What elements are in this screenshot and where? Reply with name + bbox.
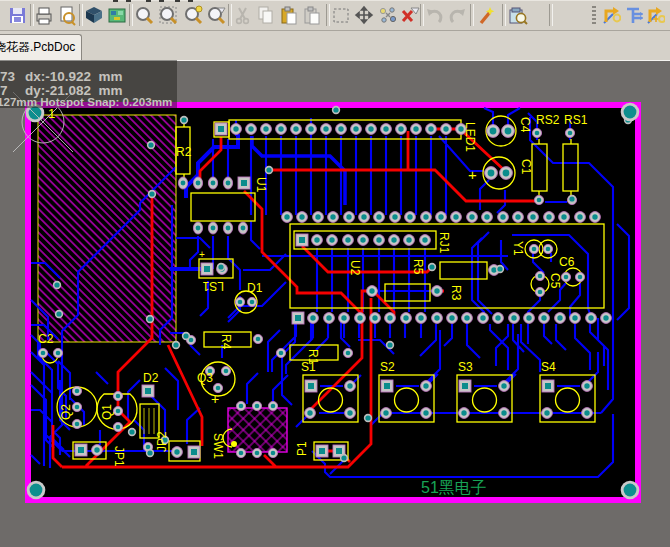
svg-text:RS2: RS2 (536, 113, 560, 127)
svg-text:51黑电子: 51黑电子 (421, 479, 487, 496)
svg-text:+: + (199, 249, 205, 260)
svg-text:C1: C1 (519, 159, 533, 175)
svg-text:D1: D1 (247, 281, 263, 295)
svg-text:R3: R3 (449, 285, 463, 301)
svg-text:U1: U1 (254, 177, 268, 193)
svg-text:Q1: Q1 (100, 404, 114, 420)
svg-text:S1: S1 (301, 360, 316, 374)
svg-text:C2: C2 (38, 332, 54, 346)
svg-text:U2: U2 (348, 260, 362, 276)
svg-text:+: + (211, 391, 219, 407)
svg-text:S2: S2 (380, 360, 395, 374)
svg-text:Y1: Y1 (511, 241, 525, 256)
svg-text:JP1: JP1 (112, 446, 126, 467)
svg-text:RS1: RS1 (564, 113, 588, 127)
svg-text:LED1: LED1 (463, 122, 477, 152)
svg-text:S3: S3 (458, 360, 473, 374)
svg-text:R5: R5 (411, 259, 425, 275)
svg-text:R2: R2 (176, 145, 192, 159)
svg-text:C5: C5 (548, 273, 562, 289)
svg-text:C4: C4 (518, 117, 532, 133)
svg-text:Q3: Q3 (197, 371, 213, 385)
svg-text:D2: D2 (143, 371, 159, 385)
svg-text:+: + (468, 166, 477, 183)
svg-text:C6: C6 (559, 255, 575, 269)
svg-text:P1: P1 (295, 441, 309, 456)
svg-text:S4: S4 (541, 360, 556, 374)
svg-text:LS1: LS1 (202, 279, 224, 293)
svg-text:RJ1: RJ1 (437, 232, 451, 254)
svg-text:Q2: Q2 (59, 404, 73, 420)
svg-text:1: 1 (48, 106, 55, 121)
svg-text:R4: R4 (219, 334, 233, 350)
svg-text:JP2: JP2 (155, 431, 169, 452)
svg-text:SW1: SW1 (211, 433, 225, 459)
